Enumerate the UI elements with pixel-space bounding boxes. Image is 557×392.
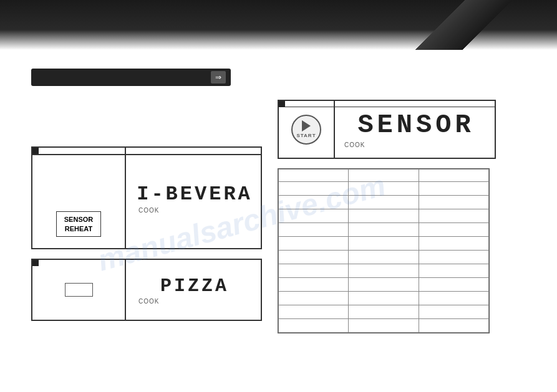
table-row xyxy=(279,319,489,333)
lcd-pizza-display: PIZZA xyxy=(160,275,229,297)
step-bar-icon: ⇒ xyxy=(211,71,226,84)
table-header-row xyxy=(279,170,489,182)
table-row xyxy=(279,196,489,209)
table-row xyxy=(279,292,489,305)
pizza-left xyxy=(32,260,126,320)
step-bar: ⇒ xyxy=(31,69,231,86)
table-body xyxy=(279,182,489,333)
lcd-bevera-label: COOK xyxy=(138,207,159,214)
top-banner xyxy=(0,0,557,50)
main-content: ⇒ SENSOR REHEAT I-BEVERA COOK PIZZA COOK xyxy=(0,50,557,392)
pizza-small-box xyxy=(65,283,93,297)
table-row xyxy=(279,305,489,319)
start-label: START xyxy=(296,133,316,138)
sensor-reheat-left: SENSOR REHEAT xyxy=(32,148,126,248)
play-icon xyxy=(302,120,311,131)
lcd-sensor-display: SENSOR xyxy=(357,110,474,140)
panel-sensor-reheat: SENSOR REHEAT I-BEVERA COOK xyxy=(31,146,262,249)
lcd-pizza-label: COOK xyxy=(138,298,159,305)
table-row xyxy=(279,237,489,251)
table-row xyxy=(279,223,489,237)
lcd-bevera-display: I-BEVERA xyxy=(137,183,253,206)
sensor-reheat-right: I-BEVERA COOK xyxy=(126,148,263,248)
right-table xyxy=(278,168,490,333)
table-row xyxy=(279,182,489,196)
table-row xyxy=(279,278,489,292)
table-row xyxy=(279,264,489,278)
table-header-col1 xyxy=(279,170,349,182)
table-header-col3 xyxy=(419,170,488,182)
table-row xyxy=(279,251,489,264)
sensor-cook-right: SENSOR COOK xyxy=(335,101,497,158)
table-header-col2 xyxy=(349,170,419,182)
table-row xyxy=(279,209,489,223)
sensor-cook-left: START xyxy=(279,101,335,158)
sensor-reheat-button[interactable]: SENSOR REHEAT xyxy=(56,211,101,237)
pizza-right: PIZZA COOK xyxy=(126,260,263,320)
panel-pizza: PIZZA COOK xyxy=(31,259,262,321)
start-button[interactable]: START xyxy=(291,115,321,145)
data-table xyxy=(278,169,489,333)
panel-sensor-cook: START SENSOR COOK xyxy=(278,100,496,159)
lcd-cook-label: COOK xyxy=(344,141,365,148)
